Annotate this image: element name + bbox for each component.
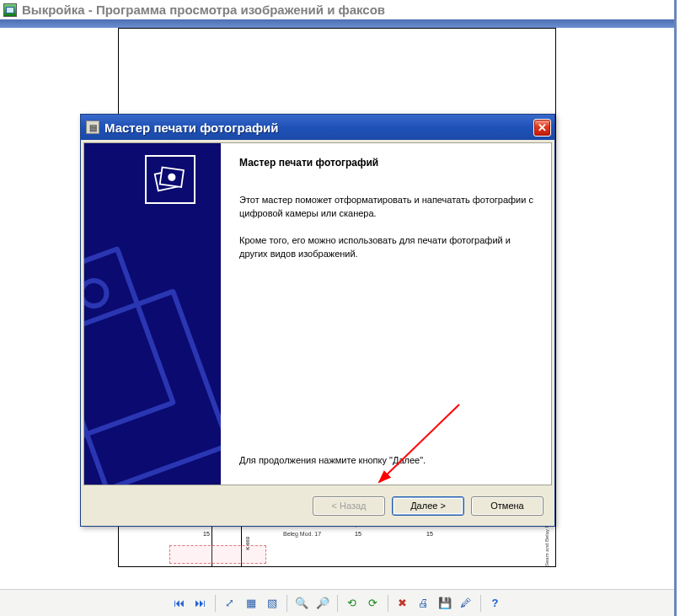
print-button[interactable]: 🖨 bbox=[415, 594, 433, 613]
rotate-right-button[interactable]: ⟳ bbox=[364, 594, 383, 613]
next-image-button[interactable]: ⏭ bbox=[191, 594, 210, 613]
k-label: K 669 bbox=[245, 537, 250, 550]
prev-image-button[interactable]: ⏮ bbox=[170, 594, 189, 613]
mark-15: 15 bbox=[203, 531, 210, 537]
save-button[interactable]: 💾 bbox=[436, 594, 454, 613]
viewer-toolbar: ⏮ ⏭ ⤢ ▦ ▧ 🔍 🔎 ⟲ ⟳ ✖ 🖨 💾 🖉 ? bbox=[0, 589, 674, 616]
viewer-app-icon bbox=[3, 3, 17, 17]
next-button[interactable]: Далее > bbox=[392, 496, 464, 516]
mark-15: 15 bbox=[355, 531, 361, 537]
help-button[interactable]: ? bbox=[486, 594, 505, 613]
edit-button[interactable]: 🖉 bbox=[457, 594, 475, 613]
viewer-title-text: Выкройка - Программа просмотра изображен… bbox=[22, 3, 385, 17]
wizard-main-panel: Мастер печати фотографий Этот мастер пом… bbox=[221, 143, 551, 485]
viewer-titlebar: Выкройка - Программа просмотра изображен… bbox=[0, 0, 674, 19]
banner-decoration bbox=[84, 212, 221, 485]
pattern-label: Beleg Mod. 17 bbox=[283, 531, 321, 537]
photos-icon bbox=[145, 155, 195, 204]
wizard-body: Мастер печати фотографий Этот мастер пом… bbox=[83, 142, 552, 485]
wizard-heading: Мастер печати фотографий bbox=[239, 157, 534, 169]
wizard-paragraph-1: Этот мастер поможет отформатировать и на… bbox=[239, 194, 534, 221]
wizard-button-row: < Назад Далее > Отмена bbox=[83, 488, 552, 523]
slideshow-button[interactable]: ▧ bbox=[263, 594, 281, 613]
wizard-continue-hint: Для продолжения нажмите кнопку "Далее". bbox=[239, 454, 534, 468]
toolbar-separator bbox=[388, 595, 388, 612]
wizard-title-icon: ▤ bbox=[86, 121, 99, 134]
zoom-out-button[interactable]: 🔎 bbox=[313, 594, 332, 613]
wizard-paragraph-2: Кроме того, его можно использовать для п… bbox=[239, 234, 534, 261]
mark-15: 15 bbox=[426, 531, 433, 537]
print-wizard-dialog: ▤ Мастер печати фотографий ✕ М bbox=[80, 114, 555, 527]
delete-button[interactable]: ✖ bbox=[394, 594, 412, 613]
wizard-titlebar[interactable]: ▤ Мастер печати фотографий ✕ bbox=[81, 115, 554, 140]
toolbar-separator bbox=[480, 595, 481, 612]
toolbar-separator bbox=[286, 595, 287, 612]
wizard-title-text: Мастер печати фотографий bbox=[104, 121, 528, 135]
rotate-left-button[interactable]: ⟲ bbox=[343, 594, 361, 613]
wizard-side-banner bbox=[84, 143, 221, 485]
toolbar-separator bbox=[337, 595, 338, 612]
best-fit-button[interactable]: ⤢ bbox=[221, 594, 239, 613]
cancel-button[interactable]: Отмена bbox=[471, 496, 543, 516]
back-button: < Назад bbox=[313, 496, 385, 516]
zoom-in-button[interactable]: 🔍 bbox=[292, 594, 311, 613]
close-icon[interactable]: ✕ bbox=[533, 119, 551, 137]
viewer-title-accent bbox=[0, 19, 674, 28]
actual-size-button[interactable]: ▦ bbox=[242, 594, 260, 613]
toolbar-separator bbox=[215, 595, 216, 612]
